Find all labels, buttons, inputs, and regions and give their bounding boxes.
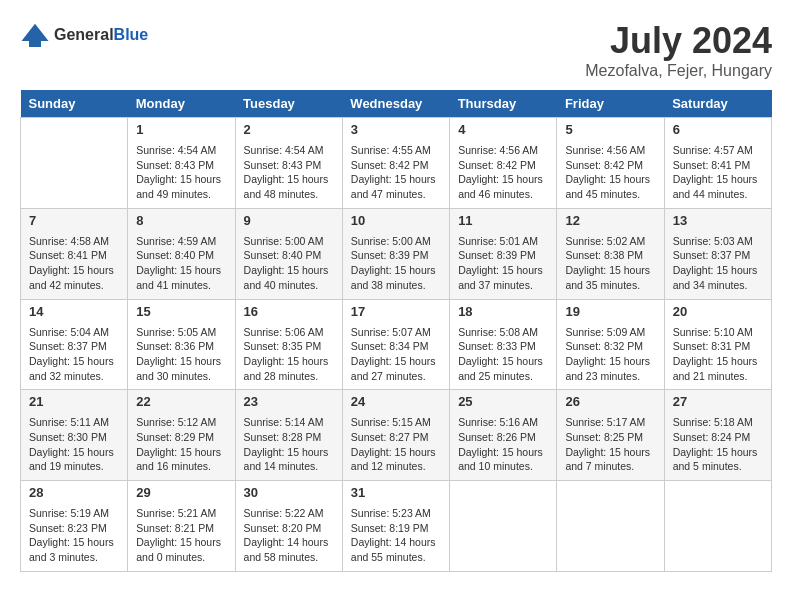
sunrise-text: Sunrise: 4:59 AM (136, 234, 226, 249)
calendar-cell (21, 118, 128, 209)
cell-content: Sunrise: 5:21 AMSunset: 8:21 PMDaylight:… (128, 502, 234, 571)
calendar-cell: 13Sunrise: 5:03 AMSunset: 8:37 PMDayligh… (664, 208, 771, 299)
daylight-text: Daylight: 15 hours (565, 172, 655, 187)
daylight-text: Daylight: 15 hours (244, 263, 334, 278)
daylight-minutes-text: and 16 minutes. (136, 459, 226, 474)
daylight-minutes-text: and 41 minutes. (136, 278, 226, 293)
daylight-text: Daylight: 15 hours (29, 445, 119, 460)
daylight-text: Daylight: 15 hours (136, 354, 226, 369)
cell-content: Sunrise: 4:59 AMSunset: 8:40 PMDaylight:… (128, 230, 234, 299)
daylight-minutes-text: and 37 minutes. (458, 278, 548, 293)
date-number: 6 (665, 118, 771, 139)
cell-content: Sunrise: 5:18 AMSunset: 8:24 PMDaylight:… (665, 411, 771, 480)
sunrise-text: Sunrise: 5:02 AM (565, 234, 655, 249)
daylight-text: Daylight: 15 hours (29, 535, 119, 550)
sunrise-text: Sunrise: 5:07 AM (351, 325, 441, 340)
daylight-text: Daylight: 15 hours (351, 263, 441, 278)
daylight-text: Daylight: 15 hours (458, 263, 548, 278)
daylight-minutes-text: and 44 minutes. (673, 187, 763, 202)
date-number: 13 (665, 209, 771, 230)
sunset-text: Sunset: 8:34 PM (351, 339, 441, 354)
sunset-text: Sunset: 8:37 PM (673, 248, 763, 263)
daylight-text: Daylight: 15 hours (673, 445, 763, 460)
daylight-minutes-text: and 5 minutes. (673, 459, 763, 474)
calendar-cell: 27Sunrise: 5:18 AMSunset: 8:24 PMDayligh… (664, 390, 771, 481)
sunset-text: Sunset: 8:26 PM (458, 430, 548, 445)
calendar-cell: 5Sunrise: 4:56 AMSunset: 8:42 PMDaylight… (557, 118, 664, 209)
calendar-cell: 19Sunrise: 5:09 AMSunset: 8:32 PMDayligh… (557, 299, 664, 390)
date-number: 4 (450, 118, 556, 139)
date-number: 19 (557, 300, 663, 321)
date-number: 17 (343, 300, 449, 321)
daylight-minutes-text: and 34 minutes. (673, 278, 763, 293)
daylight-text: Daylight: 15 hours (244, 445, 334, 460)
sunrise-text: Sunrise: 4:57 AM (673, 143, 763, 158)
subtitle: Mezofalva, Fejer, Hungary (585, 62, 772, 80)
daylight-minutes-text: and 30 minutes. (136, 369, 226, 384)
sunset-text: Sunset: 8:37 PM (29, 339, 119, 354)
daylight-text: Daylight: 15 hours (136, 172, 226, 187)
header-saturday: Saturday (664, 90, 771, 118)
sunset-text: Sunset: 8:27 PM (351, 430, 441, 445)
sunrise-text: Sunrise: 4:56 AM (565, 143, 655, 158)
cell-content: Sunrise: 5:14 AMSunset: 8:28 PMDaylight:… (236, 411, 342, 480)
sunrise-text: Sunrise: 5:21 AM (136, 506, 226, 521)
date-number: 25 (450, 390, 556, 411)
cell-content: Sunrise: 4:54 AMSunset: 8:43 PMDaylight:… (236, 139, 342, 208)
calendar-cell: 25Sunrise: 5:16 AMSunset: 8:26 PMDayligh… (450, 390, 557, 481)
svg-rect-2 (29, 41, 41, 47)
sunset-text: Sunset: 8:43 PM (136, 158, 226, 173)
daylight-minutes-text: and 27 minutes. (351, 369, 441, 384)
sunset-text: Sunset: 8:36 PM (136, 339, 226, 354)
sunrise-text: Sunrise: 5:05 AM (136, 325, 226, 340)
header-monday: Monday (128, 90, 235, 118)
sunrise-text: Sunrise: 5:04 AM (29, 325, 119, 340)
calendar-cell: 8Sunrise: 4:59 AMSunset: 8:40 PMDaylight… (128, 208, 235, 299)
date-number: 9 (236, 209, 342, 230)
calendar-cell: 30Sunrise: 5:22 AMSunset: 8:20 PMDayligh… (235, 481, 342, 572)
sunrise-text: Sunrise: 5:18 AM (673, 415, 763, 430)
date-number: 5 (557, 118, 663, 139)
daylight-minutes-text: and 25 minutes. (458, 369, 548, 384)
date-number: 20 (665, 300, 771, 321)
sunset-text: Sunset: 8:41 PM (29, 248, 119, 263)
daylight-text: Daylight: 15 hours (244, 354, 334, 369)
cell-content: Sunrise: 5:00 AMSunset: 8:39 PMDaylight:… (343, 230, 449, 299)
sunset-text: Sunset: 8:35 PM (244, 339, 334, 354)
daylight-minutes-text: and 35 minutes. (565, 278, 655, 293)
calendar-cell: 26Sunrise: 5:17 AMSunset: 8:25 PMDayligh… (557, 390, 664, 481)
sunrise-text: Sunrise: 5:00 AM (351, 234, 441, 249)
sunset-text: Sunset: 8:30 PM (29, 430, 119, 445)
date-number: 30 (236, 481, 342, 502)
cell-content: Sunrise: 5:00 AMSunset: 8:40 PMDaylight:… (236, 230, 342, 299)
sunrise-text: Sunrise: 5:19 AM (29, 506, 119, 521)
cell-content: Sunrise: 5:07 AMSunset: 8:34 PMDaylight:… (343, 321, 449, 390)
week-row-2: 7Sunrise: 4:58 AMSunset: 8:41 PMDaylight… (21, 208, 772, 299)
title-area: July 2024 Mezofalva, Fejer, Hungary (585, 20, 772, 80)
daylight-text: Daylight: 15 hours (458, 172, 548, 187)
daylight-minutes-text: and 46 minutes. (458, 187, 548, 202)
calendar-cell: 1Sunrise: 4:54 AMSunset: 8:43 PMDaylight… (128, 118, 235, 209)
sunrise-text: Sunrise: 5:12 AM (136, 415, 226, 430)
cell-content: Sunrise: 5:09 AMSunset: 8:32 PMDaylight:… (557, 321, 663, 390)
calendar-cell: 12Sunrise: 5:02 AMSunset: 8:38 PMDayligh… (557, 208, 664, 299)
daylight-text: Daylight: 15 hours (565, 263, 655, 278)
daylight-minutes-text: and 55 minutes. (351, 550, 441, 565)
date-number: 26 (557, 390, 663, 411)
sunrise-text: Sunrise: 5:10 AM (673, 325, 763, 340)
header-sunday: Sunday (21, 90, 128, 118)
daylight-text: Daylight: 15 hours (565, 445, 655, 460)
date-number: 29 (128, 481, 234, 502)
sunrise-text: Sunrise: 5:03 AM (673, 234, 763, 249)
sunrise-text: Sunrise: 5:17 AM (565, 415, 655, 430)
sunset-text: Sunset: 8:42 PM (565, 158, 655, 173)
date-number: 2 (236, 118, 342, 139)
sunrise-text: Sunrise: 4:55 AM (351, 143, 441, 158)
sunset-text: Sunset: 8:40 PM (136, 248, 226, 263)
date-number: 28 (21, 481, 127, 502)
sunset-text: Sunset: 8:42 PM (351, 158, 441, 173)
daylight-text: Daylight: 15 hours (565, 354, 655, 369)
cell-content: Sunrise: 5:04 AMSunset: 8:37 PMDaylight:… (21, 321, 127, 390)
cell-content: Sunrise: 5:10 AMSunset: 8:31 PMDaylight:… (665, 321, 771, 390)
calendar-cell: 17Sunrise: 5:07 AMSunset: 8:34 PMDayligh… (342, 299, 449, 390)
